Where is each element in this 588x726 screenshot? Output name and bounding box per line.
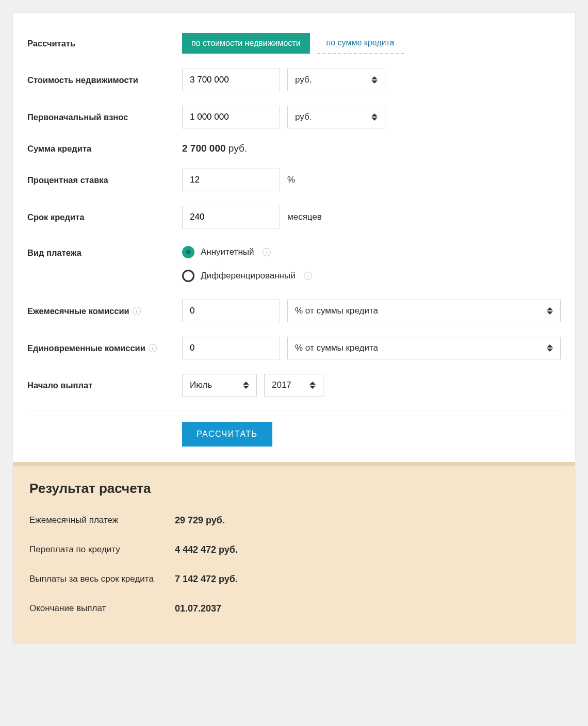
result-row-monthly: Ежемесячный платеж 29 729 руб.: [29, 506, 559, 535]
rate-suffix: %: [287, 175, 295, 185]
radio-label-annuity: Аннуитетный: [201, 247, 254, 257]
select-value: руб.: [295, 75, 312, 85]
info-icon[interactable]: i: [263, 248, 271, 256]
label-payment-type: Вид платежа: [27, 243, 172, 258]
result-label: Окончание выплат: [29, 603, 175, 614]
select-down-payment-unit[interactable]: руб.: [287, 106, 385, 128]
result-value: 01.07.2037: [175, 603, 221, 614]
input-rate[interactable]: [182, 169, 280, 191]
label-loan-amount: Сумма кредита: [27, 144, 172, 154]
select-start-year[interactable]: 2017: [264, 374, 323, 397]
info-icon[interactable]: i: [304, 272, 312, 280]
select-value: 2017: [272, 380, 291, 390]
input-down-payment[interactable]: [182, 106, 280, 128]
info-icon[interactable]: i: [149, 344, 157, 352]
info-icon[interactable]: i: [133, 307, 141, 315]
radio-differential[interactable]: Дифференцированный i: [182, 267, 312, 285]
calculate-button[interactable]: РАССЧИТАТЬ: [182, 422, 272, 447]
row-loan-amount: Сумма кредита 2 700 000 руб.: [27, 136, 561, 161]
label-down-payment: Первоначальный взнос: [27, 112, 172, 122]
row-onetime-fee: Единовременные комиссии i % от суммы кре…: [27, 329, 561, 367]
select-start-month[interactable]: Июль: [182, 374, 257, 397]
row-start-date: Начало выплат Июль 2017: [27, 367, 561, 404]
radio-label-differential: Дифференцированный: [201, 271, 296, 281]
radio-circle-selected-icon: [182, 246, 194, 258]
row-calc-mode: Рассчитать по стоимости недвижимости по …: [27, 25, 561, 61]
label-start: Начало выплат: [27, 381, 172, 390]
select-onetime-fee-unit[interactable]: % от суммы кредита: [287, 337, 561, 359]
results-panel: Результат расчета Ежемесячный платеж 29 …: [13, 462, 575, 644]
radio-annuity[interactable]: Аннуитетный i: [182, 243, 271, 261]
result-row-total: Выплаты за весь срок кредита 7 142 472 р…: [29, 565, 559, 594]
result-value: 29 729 руб.: [175, 515, 225, 526]
result-label: Ежемесячный платеж: [29, 515, 175, 526]
input-onetime-fee[interactable]: [182, 337, 280, 359]
select-property-cost-unit[interactable]: руб.: [287, 69, 385, 91]
computed-loan-amount: 2 700 000 руб.: [182, 143, 247, 154]
input-monthly-fee[interactable]: [182, 300, 280, 322]
label-term: Срок кредита: [27, 212, 172, 222]
result-value: 7 142 472 руб.: [175, 574, 238, 585]
label-property-cost: Стоимость недвижимости: [27, 75, 172, 85]
sort-icon: [547, 307, 553, 315]
row-down-payment: Первоначальный взнос руб.: [27, 98, 561, 136]
row-payment-type: Вид платежа Аннуитетный i Дифференцирова…: [27, 236, 561, 292]
results-heading: Результат расчета: [29, 481, 559, 497]
input-property-cost[interactable]: [182, 69, 280, 91]
sort-icon: [371, 76, 378, 84]
submit-row: РАССЧИТАТЬ: [182, 410, 561, 462]
label-monthly-fee: Ежемесячные комиссии i: [27, 306, 172, 316]
select-value: % от суммы кредита: [295, 306, 378, 316]
sort-icon: [371, 113, 378, 121]
sort-icon: [547, 344, 553, 352]
select-value: руб.: [295, 112, 312, 122]
sort-icon: [309, 382, 316, 389]
label-calc-mode: Рассчитать: [27, 39, 172, 48]
tab-by-property-cost[interactable]: по стоимости недвижимости: [182, 33, 310, 54]
form-area: Рассчитать по стоимости недвижимости по …: [13, 13, 575, 462]
result-value: 4 442 472 руб.: [175, 544, 238, 555]
result-row-overpay: Переплата по кредиту 4 442 472 руб.: [29, 535, 559, 565]
select-value: Июль: [190, 380, 212, 390]
row-rate: Процентная ставка %: [27, 161, 561, 199]
radio-circle-icon: [182, 270, 194, 282]
row-monthly-fee: Ежемесячные комиссии i % от суммы кредит…: [27, 292, 561, 329]
calculator-card: Рассчитать по стоимости недвижимости по …: [12, 12, 576, 645]
label-onetime-fee: Единовременные комиссии i: [27, 343, 172, 353]
result-row-end: Окончание выплат 01.07.2037: [29, 594, 559, 623]
tab-by-loan-amount[interactable]: по сумме кредита: [317, 32, 404, 54]
input-term[interactable]: [182, 206, 280, 228]
term-suffix: месяцев: [287, 212, 322, 222]
select-monthly-fee-unit[interactable]: % от суммы кредита: [287, 300, 561, 322]
select-value: % от суммы кредита: [295, 343, 378, 353]
label-rate: Процентная ставка: [27, 175, 172, 185]
row-term: Срок кредита месяцев: [27, 199, 561, 236]
result-label: Переплата по кредиту: [29, 544, 175, 555]
row-property-cost: Стоимость недвижимости руб.: [27, 61, 561, 98]
sort-icon: [243, 382, 249, 389]
result-label: Выплаты за весь срок кредита: [29, 574, 175, 585]
